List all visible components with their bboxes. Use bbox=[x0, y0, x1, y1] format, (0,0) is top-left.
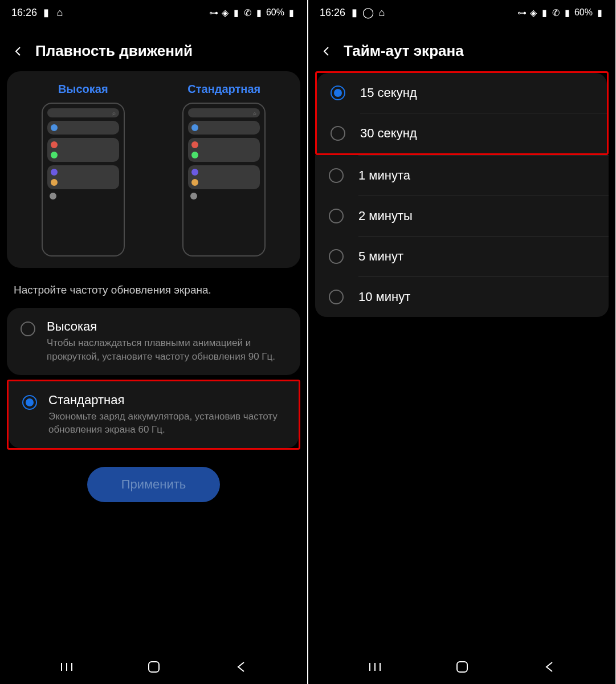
statusbar: 16:26 ▮ ◯ ⌂ ⊶ ◈ ▮ ✆ ▮ 60% ▮ bbox=[308, 0, 615, 25]
timeout-2m-label: 2 минуты bbox=[358, 209, 413, 223]
preview-standard[interactable]: Стандартная bbox=[182, 83, 266, 256]
home-icon: ⌂ bbox=[55, 8, 64, 17]
radio-5m[interactable] bbox=[329, 249, 344, 264]
highlighted-option: Стандартная Экономьте заряд аккумулятора… bbox=[7, 380, 300, 450]
option-high[interactable]: Высокая Чтобы наслаждаться плавными аним… bbox=[7, 308, 300, 375]
header: Тайм-аут экрана bbox=[308, 25, 615, 71]
sim-icon: ▮ bbox=[350, 8, 359, 17]
volte-icon: ✆ bbox=[552, 8, 561, 17]
volte-icon: ✆ bbox=[243, 8, 252, 17]
timeout-10m[interactable]: 10 минут bbox=[315, 277, 609, 317]
preview-high[interactable]: Высокая bbox=[42, 83, 125, 256]
signal2-icon: ▮ bbox=[255, 8, 264, 17]
preview-high-label: Высокая bbox=[58, 83, 108, 96]
screen-motion-smoothness: 16:26 ▮ ⌂ ⊶ ◈ ▮ ✆ ▮ 60% ▮ Плавность движ… bbox=[0, 0, 307, 684]
radio-2m[interactable] bbox=[329, 209, 344, 223]
radio-15s[interactable] bbox=[331, 85, 345, 100]
nav-home[interactable] bbox=[145, 658, 162, 675]
header: Плавность движений bbox=[0, 25, 307, 71]
timeout-5m[interactable]: 5 минут bbox=[315, 237, 609, 276]
vpn-icon: ⊶ bbox=[209, 8, 218, 17]
status-time: 16:26 bbox=[320, 7, 345, 19]
globe-icon: ◯ bbox=[364, 8, 373, 17]
wifi-icon: ◈ bbox=[529, 8, 538, 17]
phone-mockup-standard bbox=[182, 103, 266, 256]
option-standard-title: Стандартная bbox=[48, 393, 285, 408]
option-standard[interactable]: Стандартная Экономьте заряд аккумулятора… bbox=[9, 381, 299, 449]
nav-back[interactable] bbox=[232, 658, 250, 675]
highlighted-timeouts: 15 секунд 30 секунд bbox=[315, 71, 609, 155]
timeout-15s-label: 15 секунд bbox=[360, 85, 417, 100]
battery-text: 60% bbox=[266, 7, 284, 18]
preview-standard-label: Стандартная bbox=[187, 83, 260, 96]
vpn-icon: ⊶ bbox=[517, 8, 527, 17]
apply-button[interactable]: Применить bbox=[87, 467, 221, 502]
option-high-title: Высокая bbox=[47, 319, 287, 334]
phone-mockup-high bbox=[42, 103, 125, 256]
signal-icon: ▮ bbox=[540, 8, 549, 17]
statusbar: 16:26 ▮ ⌂ ⊶ ◈ ▮ ✆ ▮ 60% ▮ bbox=[0, 0, 307, 25]
description-text: Настройте частоту обновления экрана. bbox=[0, 268, 307, 308]
signal2-icon: ▮ bbox=[563, 8, 572, 17]
nav-recents[interactable] bbox=[58, 658, 75, 675]
timeout-5m-label: 5 минут bbox=[358, 249, 403, 264]
radio-1m[interactable] bbox=[329, 168, 344, 183]
refresh-rate-options: Высокая Чтобы наслаждаться плавными аним… bbox=[7, 308, 300, 375]
back-button[interactable] bbox=[11, 44, 25, 58]
radio-30s[interactable] bbox=[331, 126, 345, 141]
timeout-10m-label: 10 минут bbox=[358, 290, 410, 304]
timeout-30s-label: 30 секунд bbox=[360, 126, 417, 141]
radio-high[interactable] bbox=[21, 321, 35, 336]
battery-text: 60% bbox=[574, 7, 593, 18]
radio-10m[interactable] bbox=[329, 290, 344, 304]
battery-icon: ▮ bbox=[287, 8, 296, 17]
nav-recents[interactable] bbox=[366, 658, 384, 675]
svg-rect-3 bbox=[149, 662, 159, 672]
svg-rect-7 bbox=[457, 662, 467, 672]
wifi-icon: ◈ bbox=[221, 8, 230, 17]
preview-card: Высокая Стандартная bbox=[7, 71, 300, 268]
page-title: Тайм-аут экрана bbox=[344, 42, 464, 60]
status-time: 16:26 bbox=[11, 7, 37, 19]
timeout-30s[interactable]: 30 секунд bbox=[317, 113, 607, 153]
timeout-1m-label: 1 минута bbox=[358, 168, 410, 183]
page-title: Плавность движений bbox=[35, 42, 193, 60]
sim-icon: ▮ bbox=[42, 8, 51, 17]
signal-icon: ▮ bbox=[232, 8, 241, 17]
timeout-2m[interactable]: 2 минуты bbox=[315, 196, 609, 236]
timeout-15s[interactable]: 15 секунд bbox=[317, 73, 607, 113]
timeout-1m[interactable]: 1 минута bbox=[315, 156, 609, 196]
radio-standard[interactable] bbox=[22, 395, 37, 410]
battery-icon: ▮ bbox=[595, 8, 604, 17]
home-icon: ⌂ bbox=[377, 8, 386, 17]
navbar bbox=[308, 650, 615, 684]
option-high-desc: Чтобы наслаждаться плавными анимацией и … bbox=[47, 336, 287, 364]
nav-back[interactable] bbox=[541, 658, 558, 675]
screen-timeout: 16:26 ▮ ◯ ⌂ ⊶ ◈ ▮ ✆ ▮ 60% ▮ Тайм-аут экр… bbox=[308, 0, 615, 684]
back-button[interactable] bbox=[320, 44, 333, 58]
navbar bbox=[0, 650, 307, 684]
option-standard-desc: Экономьте заряд аккумулятора, установив … bbox=[48, 410, 285, 437]
nav-home[interactable] bbox=[454, 658, 471, 675]
